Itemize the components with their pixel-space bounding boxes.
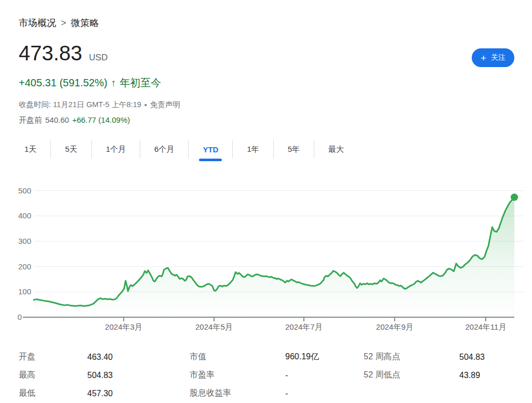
stat-row: 52 周高点504.83 (364, 348, 485, 366)
stat-label: 最低 (19, 388, 87, 399)
premarket-price: 540.60 (45, 115, 69, 125)
price-change-line: +405.31 (591.52%) ↑ 年初至今 (0, 67, 532, 90)
close-time-text: 收盘时间: 11月21日 GMT-5 上午8:19 (19, 100, 141, 110)
tab-label: 1年 (247, 145, 259, 154)
stats-column-3: 52 周高点504.8352 周低点43.89 (364, 348, 485, 402)
currency-label: USD (89, 53, 108, 63)
y-axis-label: 400 (18, 211, 31, 220)
tab-label: YTD (203, 145, 218, 154)
tab-5y[interactable]: 5年 (274, 137, 314, 161)
tab-label: 5年 (288, 145, 300, 154)
stat-label: 股息收益率 (190, 388, 285, 399)
x-axis-label: 2024年11月 (465, 322, 506, 331)
stat-row: 52 周低点43.89 (364, 366, 485, 384)
stat-value: 457.30 (87, 389, 113, 398)
stat-value: 463.40 (87, 353, 113, 362)
tab-label: 最大 (328, 145, 344, 154)
stat-row: 股息收益率- (190, 384, 364, 402)
x-axis-label: 2024年9月 (376, 322, 414, 331)
price-change-period: 年初至今 (119, 76, 161, 90)
stat-label: 52 周高点 (364, 352, 459, 362)
tab-1d[interactable]: 1天 (10, 137, 50, 161)
stat-value: - (285, 389, 288, 398)
stat-row: 最低457.30 (19, 384, 190, 402)
y-axis-label: 0 (18, 313, 22, 321)
breadcrumb-market-overview-link[interactable]: 市场概况 (19, 17, 56, 29)
up-arrow-icon: ↑ (111, 77, 116, 89)
stat-value: 960.19亿 (285, 352, 319, 362)
tab-1m[interactable]: 1个月 (92, 137, 140, 161)
x-axis-label: 2024年3月 (105, 322, 142, 331)
price-header: 473.83 USD + 关注 (0, 29, 532, 67)
stat-row: 开盘463.40 (19, 348, 190, 366)
tab-5d[interactable]: 5天 (51, 137, 91, 161)
tab-label: 1个月 (106, 145, 126, 154)
price-line: 473.83 USD (19, 43, 108, 63)
y-axis-label: 500 (18, 186, 31, 195)
stat-row: 最高504.83 (19, 366, 190, 384)
stock-price: 473.83 (19, 43, 82, 63)
x-axis-label: 2024年7月 (285, 322, 323, 331)
disclaimer-link[interactable]: 免责声明 (150, 100, 180, 110)
dot-separator: • (144, 101, 147, 109)
premarket-label: 开盘前 (19, 115, 42, 125)
breadcrumb-current-stock: 微策略 (71, 17, 99, 29)
stat-value: 504.83 (459, 353, 485, 362)
tab-ytd[interactable]: YTD (189, 137, 232, 161)
stats-column-1: 开盘463.40最高504.83最低457.30 (19, 348, 190, 402)
follow-button-label: 关注 (491, 53, 506, 62)
breadcrumb: 市场概况 > 微策略 (0, 0, 532, 29)
x-axis-label: 2024年5月 (195, 322, 233, 331)
stat-label: 最高 (19, 370, 87, 381)
stat-value: 43.89 (459, 371, 480, 380)
tab-label: 5天 (65, 145, 77, 154)
tab-label: 6个月 (154, 145, 174, 154)
stat-row: 市盈率- (190, 366, 364, 384)
stat-value: 504.83 (87, 371, 113, 380)
plus-icon: + (481, 53, 486, 63)
premarket-change: +66.77 (14.09%) (72, 115, 130, 125)
price-change-value: +405.31 (591.52%) (19, 77, 108, 89)
stats-column-2: 市值960.19亿市盈率-股息收益率- (190, 348, 364, 402)
stat-label: 市盈率 (190, 370, 285, 381)
stat-value: - (285, 371, 288, 380)
time-range-tabs: 1天5天1个月6个月YTD1年5年最大 (10, 137, 532, 161)
stats-table: 开盘463.40最高504.83最低457.30市值960.19亿市盈率-股息收… (0, 340, 532, 402)
stat-row: 市值960.19亿 (190, 348, 364, 366)
price-chart[interactable]: 01002003004005002024年3月2024年5月2024年7月202… (0, 184, 532, 340)
price-chart-svg[interactable]: 01002003004005002024年3月2024年5月2024年7月202… (0, 184, 532, 340)
breadcrumb-separator: > (61, 18, 66, 29)
active-tab-underline (199, 159, 222, 161)
follow-button[interactable]: + 关注 (472, 48, 514, 67)
y-axis-label: 300 (18, 237, 31, 245)
chart-endpoint-dot (511, 193, 518, 201)
premarket-line: 开盘前 540.60 +66.77 (14.09%) (0, 110, 532, 125)
tab-max[interactable]: 最大 (314, 137, 358, 161)
tab-1y[interactable]: 1年 (233, 137, 273, 161)
y-axis-label: 200 (18, 262, 31, 271)
stat-label: 52 周低点 (364, 370, 459, 381)
tab-label: 1天 (24, 145, 36, 154)
tab-6m[interactable]: 6个月 (140, 137, 188, 161)
stat-label: 市值 (190, 352, 285, 362)
stat-label: 开盘 (19, 352, 87, 362)
close-time-line: 收盘时间: 11月21日 GMT-5 上午8:19 • 免责声明 (0, 90, 532, 110)
y-axis-label: 100 (18, 287, 31, 296)
